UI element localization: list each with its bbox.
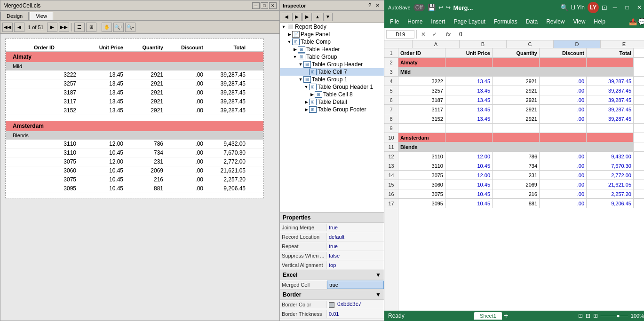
cell-c15[interactable]: 2069	[493, 180, 540, 189]
insp-back-button[interactable]: ◀	[282, 13, 291, 21]
inspector-help-button[interactable]: ?	[367, 2, 373, 8]
row-num-2[interactable]: 2	[384, 58, 398, 67]
tree-item-table-group-footer[interactable]: ▶ ⊞ Table Group Footer	[280, 106, 384, 113]
row-num-7[interactable]: 7	[384, 105, 398, 114]
cell-b15[interactable]: 10.45	[445, 180, 493, 189]
col-header-e[interactable]: E	[601, 40, 644, 48]
row-num-16[interactable]: 16	[384, 189, 398, 199]
row-num-1[interactable]: 1	[384, 48, 398, 58]
minimize-button[interactable]: ─	[252, 2, 260, 9]
row-num-6[interactable]: 6	[384, 95, 398, 105]
cell-a16[interactable]: 3075	[398, 189, 445, 198]
cell-e5[interactable]: 39,287.45	[587, 86, 634, 95]
cell-b4[interactable]: 13.45	[445, 77, 493, 86]
cell-e9[interactable]	[587, 124, 634, 133]
cell-e1[interactable]: Total	[587, 48, 634, 57]
row-num-8[interactable]: 8	[384, 114, 398, 124]
tree-item-table-group-1[interactable]: ▼ ⊞ Table Group 1	[280, 76, 384, 83]
cell-e4[interactable]: 39,287.45	[587, 77, 634, 86]
cell-d6[interactable]: .00	[540, 95, 587, 104]
cell-b11[interactable]	[445, 142, 493, 151]
search-icon[interactable]: 🔍	[560, 4, 568, 11]
row-num-14[interactable]: 14	[384, 171, 398, 180]
excel-restore-button[interactable]: □	[622, 3, 632, 12]
tree-toggle[interactable]: ▶	[303, 107, 309, 112]
zoom-out-button[interactable]: 🔍-	[125, 23, 135, 32]
cell-a17[interactable]: 3095	[398, 199, 445, 208]
cell-d16[interactable]: .00	[540, 189, 587, 198]
nav-last-button[interactable]: ▶▶	[59, 23, 69, 32]
cell-a15[interactable]: 3060	[398, 180, 445, 189]
cell-d7[interactable]: .00	[540, 105, 587, 114]
cell-c11[interactable]	[493, 142, 540, 151]
undo-icon[interactable]: ↩	[438, 4, 443, 11]
share-icon[interactable]: 📤	[629, 18, 637, 25]
cell-a5[interactable]: 3257	[398, 86, 445, 95]
section-border[interactable]: Border ▼	[280, 290, 384, 300]
row-num-11[interactable]: 11	[384, 142, 398, 152]
row-num-13[interactable]: 13	[384, 161, 398, 171]
menu-help[interactable]: Help	[590, 16, 609, 27]
cell-c12[interactable]: 786	[493, 152, 540, 161]
cell-c10[interactable]	[493, 133, 540, 142]
tree-item-table-group-header[interactable]: ▼ ⊞ Table Group Header	[280, 61, 384, 68]
cell-e17[interactable]: 9,206.45	[587, 199, 634, 208]
menu-formulas[interactable]: Formulas	[490, 16, 521, 27]
cell-d12[interactable]: .00	[540, 152, 587, 161]
tree-toggle[interactable]: ▼	[281, 24, 286, 29]
tree-item-table-group-header-1[interactable]: ▼ ⊞ Table Group Header 1	[280, 83, 384, 91]
insp-down-button[interactable]: ▼	[323, 13, 333, 21]
zoom-slider[interactable]: ────●──	[601, 313, 628, 319]
cell-c17[interactable]: 881	[493, 199, 540, 208]
cell-e13[interactable]: 7,670.30	[587, 161, 634, 170]
cell-c6[interactable]: 2921	[493, 95, 540, 104]
cell-c14[interactable]: 231	[493, 171, 540, 180]
cell-d15[interactable]: .00	[540, 180, 587, 189]
cell-a6[interactable]: 3187	[398, 95, 445, 104]
view-layout-icon[interactable]: ⊟	[586, 313, 590, 319]
cell-a14[interactable]: 3075	[398, 171, 445, 180]
cell-b13[interactable]: 10.45	[445, 161, 493, 170]
tree-item-table-comp[interactable]: ▼ ⊞ Table Comp	[280, 38, 384, 46]
cell-c3[interactable]	[493, 67, 540, 76]
row-num-10[interactable]: 10	[384, 133, 398, 142]
cell-c16[interactable]: 216	[493, 189, 540, 198]
cell-e7[interactable]: 39,287.45	[587, 105, 634, 114]
cell-e16[interactable]: 2,257.20	[587, 189, 634, 198]
cell-d8[interactable]: .00	[540, 114, 587, 123]
row-num-12[interactable]: 12	[384, 152, 398, 161]
insp-forward-button[interactable]: ▶	[292, 13, 302, 21]
cell-d11[interactable]	[540, 142, 587, 151]
cell-d9[interactable]	[540, 124, 587, 133]
cell-e12[interactable]: 9,432.00	[587, 152, 634, 161]
sheet-tab[interactable]: Sheet1	[474, 312, 502, 320]
view-layout-icon[interactable]: ⊡	[602, 4, 607, 11]
col-header-b[interactable]: B	[460, 40, 507, 48]
close-button[interactable]: ✕	[269, 2, 277, 9]
cell-c13[interactable]: 734	[493, 161, 540, 170]
tree-item-page-panel[interactable]: ▶ 📄 Page Panel	[280, 31, 384, 38]
tree-toggle[interactable]: ▼	[298, 62, 303, 67]
menu-file[interactable]: File	[386, 16, 403, 27]
cell-b10[interactable]	[445, 133, 493, 142]
cell-c2[interactable]	[493, 58, 540, 67]
cell-d3[interactable]	[540, 67, 587, 76]
autosave-toggle[interactable]: Off	[413, 4, 425, 11]
nav-prev-button[interactable]: ◀	[14, 23, 24, 32]
tree-toggle[interactable]: ▼	[292, 55, 298, 59]
cell-b9[interactable]	[445, 124, 493, 133]
formula-fx-button[interactable]: fx	[441, 30, 455, 39]
nav-next-button[interactable]: ▶	[47, 23, 57, 32]
save-icon[interactable]: 💾	[428, 4, 436, 11]
cell-b1[interactable]: Unit Price	[445, 48, 493, 57]
tree-toggle[interactable]: ▼	[298, 77, 303, 82]
cell-b3[interactable]	[445, 67, 493, 76]
cell-reference-box[interactable]: D19	[386, 30, 414, 39]
cell-a12[interactable]: 3110	[398, 152, 445, 161]
cell-a1[interactable]: Order ID	[398, 48, 445, 57]
add-sheet-button[interactable]: +	[504, 312, 508, 320]
cell-d4[interactable]: .00	[540, 77, 587, 86]
cell-c4[interactable]: 2921	[493, 77, 540, 86]
menu-page-layout[interactable]: Page Layout	[450, 16, 489, 27]
cell-d17[interactable]: .00	[540, 199, 587, 208]
